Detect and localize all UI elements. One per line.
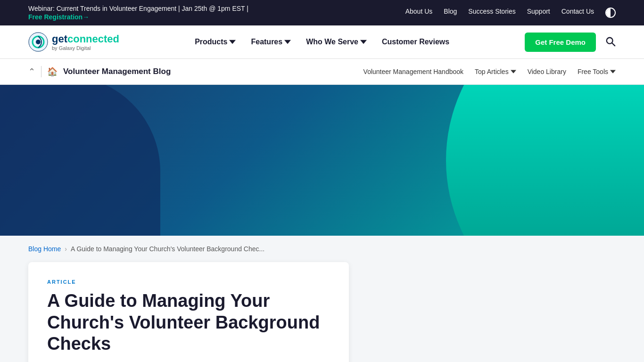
blog-nav-bar: ⌃ 🏠 Volunteer Management Blog Volunteer … — [0, 58, 644, 85]
collapse-button[interactable]: ⌃ — [28, 59, 35, 84]
breadcrumb-home[interactable]: Blog Home — [28, 245, 61, 253]
nav-links: Products Features Who We Serve Customer … — [195, 38, 449, 46]
search-button[interactable] — [605, 36, 616, 48]
breadcrumb-separator: › — [65, 245, 67, 253]
nav-products[interactable]: Products — [195, 38, 236, 46]
nav-features[interactable]: Features — [251, 38, 291, 46]
content-area: Blog Home › A Guide to Managing Your Chu… — [0, 236, 644, 362]
webinar-text: Webinar: Current Trends in Volunteer Eng… — [28, 5, 248, 12]
article-card: ARTICLE A Guide to Managing Your Church'… — [28, 262, 349, 362]
get-free-demo-button[interactable]: Get Free Demo — [525, 33, 596, 52]
contrast-half — [606, 8, 611, 17]
hero-wave-right — [446, 85, 644, 236]
blog-title: Volunteer Management Blog — [63, 59, 171, 84]
chevron-down-icon — [511, 69, 516, 74]
hero-wave-left — [0, 85, 160, 236]
chevron-down-icon — [360, 39, 367, 45]
free-registration-link[interactable]: Free Registration→ — [28, 13, 248, 21]
blog-link[interactable]: Blog — [444, 8, 457, 18]
success-stories-link[interactable]: Success Stories — [468, 8, 515, 18]
top-banner: Webinar: Current Trends in Volunteer Eng… — [0, 0, 644, 25]
video-library-link[interactable]: Video Library — [528, 60, 566, 83]
logo-connected: connected — [67, 33, 119, 45]
logo-text: getconnected by Galaxy Digital — [52, 33, 119, 51]
breadcrumb-current: A Guide to Managing Your Church's Volunt… — [71, 245, 264, 253]
volunteer-handbook-link[interactable]: Volunteer Management Handbook — [363, 60, 463, 83]
blog-nav-left: ⌃ 🏠 Volunteer Management Blog — [28, 59, 171, 84]
about-us-link[interactable]: About Us — [405, 8, 433, 18]
logo-icon — [28, 32, 48, 52]
hero-area — [0, 85, 644, 236]
banner-left: Webinar: Current Trends in Volunteer Eng… — [28, 5, 248, 21]
article-title: A Guide to Managing Your Church's Volunt… — [47, 290, 330, 355]
nav-divider — [41, 66, 41, 77]
logo-brand: getconnected — [52, 33, 119, 45]
contrast-toggle[interactable] — [605, 8, 616, 18]
nav-who-we-serve[interactable]: Who We Serve — [306, 38, 367, 46]
logo-sub: by Galaxy Digital — [52, 45, 119, 51]
chevron-down-icon — [284, 39, 291, 45]
nav-customer-reviews[interactable]: Customer Reviews — [382, 38, 449, 46]
nav-right: Get Free Demo — [525, 33, 616, 52]
main-navigation: getconnected by Galaxy Digital Products … — [0, 25, 644, 58]
svg-line-4 — [612, 43, 615, 46]
top-articles-link[interactable]: Top Articles — [475, 60, 516, 83]
banner-right-nav: About Us Blog Success Stories Support Co… — [405, 8, 616, 18]
blog-nav-right: Volunteer Management Handbook Top Articl… — [363, 60, 616, 83]
chevron-down-icon — [610, 69, 616, 74]
logo[interactable]: getconnected by Galaxy Digital — [28, 32, 119, 52]
free-tools-link[interactable]: Free Tools — [578, 60, 616, 83]
home-icon: 🏠 — [47, 66, 58, 77]
contact-us-link[interactable]: Contact Us — [561, 8, 594, 18]
article-label: ARTICLE — [47, 279, 330, 285]
logo-get: get — [52, 33, 67, 45]
search-icon — [605, 36, 616, 47]
chevron-down-icon — [229, 39, 236, 45]
svg-point-2 — [36, 40, 41, 44]
support-link[interactable]: Support — [527, 8, 550, 18]
breadcrumb: Blog Home › A Guide to Managing Your Chu… — [0, 236, 644, 262]
